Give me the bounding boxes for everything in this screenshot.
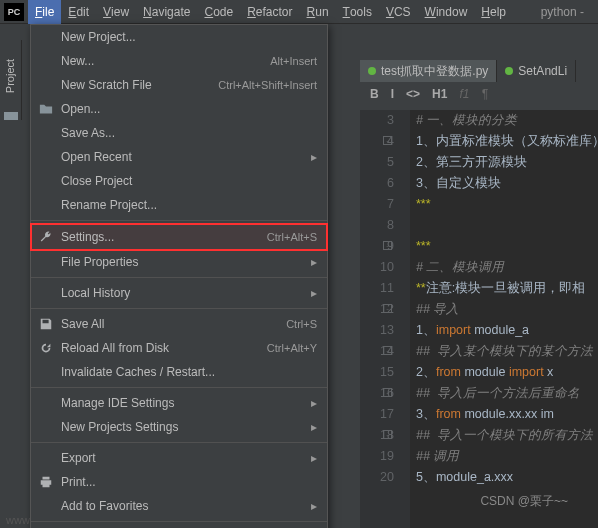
menu-item-local-history[interactable]: Local History▸	[31, 281, 327, 305]
menu-item-new-scratch-file[interactable]: New Scratch FileCtrl+Alt+Shift+Insert	[31, 73, 327, 97]
menu-vcs[interactable]: VCS	[379, 0, 418, 24]
menu-view[interactable]: View	[96, 0, 136, 24]
menu-item-rename-project[interactable]: Rename Project...	[31, 193, 327, 217]
python-file-icon	[368, 67, 376, 75]
menu-bar: PC FileEditViewNavigateCodeRefactorRunTo…	[0, 0, 598, 24]
line-gutter: 34-56789-101112-1314-1516-1718-1920	[360, 110, 410, 528]
menu-item-file-properties[interactable]: File Properties▸	[31, 250, 327, 274]
fold-icon[interactable]: -	[383, 304, 392, 313]
code-editor[interactable]: 34-56789-101112-1314-1516-1718-1920 # 一、…	[360, 110, 598, 528]
menu-item-close-project[interactable]: Close Project	[31, 169, 327, 193]
menu-item-invalidate-caches-restart[interactable]: Invalidate Caches / Restart...	[31, 360, 327, 384]
menu-separator	[31, 521, 327, 522]
toolbar-btn[interactable]: f1	[459, 87, 469, 101]
reload-icon	[39, 341, 53, 355]
menu-item-print[interactable]: Print...	[31, 470, 327, 494]
editor-toolbar: BI<>H1f1¶	[360, 82, 598, 106]
menu-separator	[31, 387, 327, 388]
submenu-arrow-icon: ▸	[311, 255, 317, 269]
menu-item-save-all[interactable]: Save AllCtrl+S	[31, 312, 327, 336]
fold-icon[interactable]: -	[383, 241, 392, 250]
folder-icon	[39, 102, 53, 116]
file-menu-dropdown: New Project...New...Alt+InsertNew Scratc…	[30, 24, 328, 528]
editor-tab[interactable]: SetAndLi	[497, 60, 576, 82]
submenu-arrow-icon: ▸	[311, 396, 317, 410]
menu-code[interactable]: Code	[197, 0, 240, 24]
menu-item-manage-ide-settings[interactable]: Manage IDE Settings▸	[31, 391, 327, 415]
print-icon	[39, 475, 53, 489]
menu-item-open[interactable]: Open...	[31, 97, 327, 121]
toolbar-btn[interactable]: H1	[432, 87, 447, 101]
python-file-icon	[505, 67, 513, 75]
menu-item-add-to-favorites[interactable]: Add to Favorites▸	[31, 494, 327, 518]
project-tab-label: Project	[5, 59, 17, 93]
toolbar-btn[interactable]: B	[370, 87, 379, 101]
menu-help[interactable]: Help	[474, 0, 513, 24]
wrench-icon	[39, 230, 53, 244]
menu-run[interactable]: Run	[300, 0, 336, 24]
submenu-arrow-icon: ▸	[311, 420, 317, 434]
menu-item-new-projects-settings[interactable]: New Projects Settings▸	[31, 415, 327, 439]
toolbar-btn[interactable]: <>	[406, 87, 420, 101]
toolbar-btn[interactable]: ¶	[481, 87, 487, 101]
menu-window[interactable]: Window	[418, 0, 475, 24]
app-logo: PC	[4, 3, 24, 21]
fold-icon[interactable]: -	[383, 136, 392, 145]
menu-separator	[31, 442, 327, 443]
submenu-arrow-icon: ▸	[311, 499, 317, 513]
menu-file[interactable]: File	[28, 0, 61, 24]
editor-tabs: test抓取中登数据.pySetAndLi	[360, 60, 598, 82]
fold-icon[interactable]: -	[383, 346, 392, 355]
project-indicator: python -	[541, 5, 594, 19]
menu-item-save-as[interactable]: Save As...	[31, 121, 327, 145]
menu-edit[interactable]: Edit	[61, 0, 96, 24]
submenu-arrow-icon: ▸	[311, 150, 317, 164]
menu-item-settings[interactable]: Settings...Ctrl+Alt+S	[31, 224, 327, 250]
menu-item-reload-all-from-disk[interactable]: Reload All from DiskCtrl+Alt+Y	[31, 336, 327, 360]
submenu-arrow-icon: ▸	[311, 286, 317, 300]
menu-navigate[interactable]: Navigate	[136, 0, 197, 24]
fold-icon[interactable]: -	[383, 388, 392, 397]
menu-tools[interactable]: Tools	[336, 0, 379, 24]
menu-item-export[interactable]: Export▸	[31, 446, 327, 470]
csdn-watermark: CSDN @栗子~~	[480, 493, 568, 510]
menu-refactor[interactable]: Refactor	[240, 0, 299, 24]
project-tool-tab[interactable]: Project	[0, 40, 22, 120]
menu-item-open-recent[interactable]: Open Recent▸	[31, 145, 327, 169]
folder-icon	[4, 112, 18, 120]
menu-item-new-project[interactable]: New Project...	[31, 25, 327, 49]
menu-separator	[31, 220, 327, 221]
menu-separator	[31, 277, 327, 278]
submenu-arrow-icon: ▸	[311, 451, 317, 465]
editor-tab[interactable]: test抓取中登数据.py	[360, 60, 497, 82]
code-lines: # 一、模块的分类1、内置标准模块（又称标准库）2、第三方开源模块3、自定义模块…	[416, 110, 598, 488]
fold-icon[interactable]: -	[383, 430, 392, 439]
menu-separator	[31, 308, 327, 309]
menu-item-new[interactable]: New...Alt+Insert	[31, 49, 327, 73]
toolbar-btn[interactable]: I	[391, 87, 394, 101]
save-icon	[39, 317, 53, 331]
